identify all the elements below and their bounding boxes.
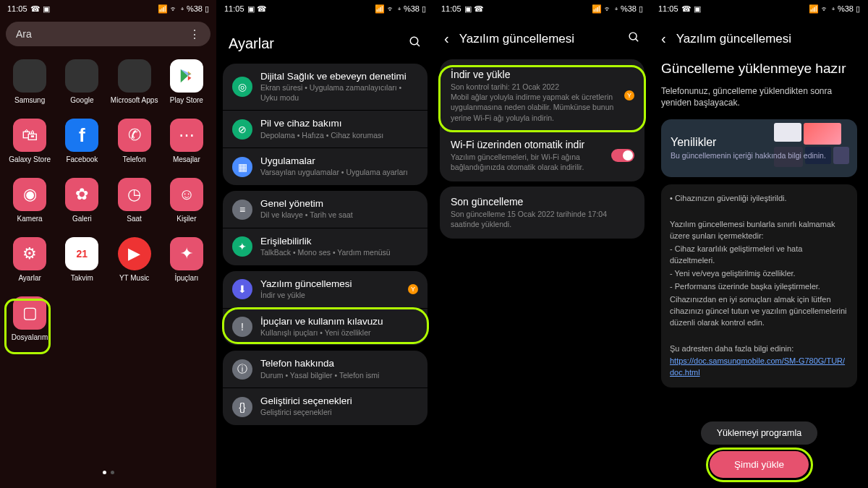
settings-row-access[interactable]: ✦ErişilebilirlikTalkBack • Mono ses • Ya… bbox=[223, 228, 427, 265]
panel-app-drawer: 11:05 ☎ ▣ 📶 ᯤ ￬ %38▯ Ara ⋮ SamsungGoogle… bbox=[0, 0, 217, 488]
about-icon: ⓘ bbox=[232, 359, 252, 380]
app-label: Microsoft Apps bbox=[111, 96, 158, 104]
page-indicator bbox=[0, 464, 216, 477]
dev-icon: {} bbox=[232, 397, 252, 417]
facebook-icon: f bbox=[65, 119, 98, 152]
app-contacts[interactable]: ☺Kişiler bbox=[161, 178, 213, 223]
tips-icon: ✦ bbox=[170, 237, 203, 270]
app-label: Google bbox=[70, 96, 93, 104]
back-icon[interactable]: ‹ bbox=[444, 30, 449, 47]
app-play-store[interactable]: Play Store bbox=[161, 59, 213, 104]
settings-title: Ayarlar bbox=[229, 35, 274, 52]
battery-icon: ⊘ bbox=[232, 119, 252, 140]
highlight-software-update-row bbox=[222, 307, 429, 344]
panel-settings: 11:05 ▣ ☎ 📶 ᯤ ￬ %38▯ Ayarlar ◎Dijital Sa… bbox=[217, 0, 434, 488]
folder-ms-icon bbox=[118, 59, 151, 93]
update-icon: ⬇ bbox=[232, 279, 252, 299]
galaxy-store-icon: 🛍 bbox=[13, 119, 46, 152]
panel-software-update: 11:05 ▣ ☎ 📶 ᯤ ￬ %38▯ ‹ Yazılım güncellem… bbox=[434, 0, 651, 488]
app-folder-ms[interactable]: Microsoft Apps bbox=[109, 59, 161, 104]
app-label: Takvim bbox=[71, 274, 93, 282]
app-label: İpuçları bbox=[174, 274, 198, 282]
status-bar: 11:05 ▣ ☎ 📶 ᯤ ￬ %38▯ bbox=[434, 0, 650, 17]
update-badge: Y bbox=[408, 284, 418, 294]
app-label: Ayarlar bbox=[18, 274, 41, 282]
contacts-icon: ☺ bbox=[170, 178, 203, 211]
settings-row-general[interactable]: ≡Genel yönetimDil ve klavye • Tarih ve s… bbox=[223, 191, 427, 228]
play-store-icon bbox=[170, 59, 203, 93]
app-label: Saat bbox=[127, 215, 142, 223]
last-update-row[interactable]: Son güncelleme Son güncelleme 15 Ocak 20… bbox=[440, 188, 644, 237]
app-folder-google[interactable]: Google bbox=[56, 59, 108, 104]
auto-download-toggle[interactable] bbox=[611, 149, 634, 162]
search-placeholder: Ara bbox=[16, 28, 32, 40]
highlight-download-install bbox=[438, 65, 646, 132]
settings-row-apps[interactable]: ▦UygulamalarVarsayılan uygulamalar • Uyg… bbox=[223, 147, 427, 185]
status-bar: 11:05 ☎ ▣ 📶 ᯤ ￬ %38▯ bbox=[651, 0, 867, 17]
app-settings[interactable]: ⚙Ayarlar bbox=[4, 237, 56, 282]
more-info-link[interactable]: https://doc.samsungmobile.com/SM-G780G/T… bbox=[670, 356, 845, 377]
schedule-install-button[interactable]: Yüklemeyi programla bbox=[701, 421, 817, 445]
release-notes: • Cihazınızın güvenliği iyileştirildi. Y… bbox=[661, 184, 857, 388]
camera-icon: ◉ bbox=[13, 178, 46, 211]
messages-icon: ⋯ bbox=[170, 119, 203, 152]
update-ready-desc: Telefonunuz, güncelleme yüklendikten son… bbox=[661, 85, 857, 110]
clock-icon: ◷ bbox=[118, 178, 151, 211]
app-label: Galeri bbox=[72, 215, 92, 223]
svg-line-3 bbox=[636, 38, 639, 41]
back-icon[interactable]: ‹ bbox=[661, 30, 666, 47]
settings-row-battery[interactable]: ⊘Pil ve cihaz bakımıDepolama • Hafıza • … bbox=[223, 110, 427, 147]
app-phone[interactable]: ✆Telefon bbox=[109, 119, 161, 163]
yt-music-icon: ▶ bbox=[118, 237, 151, 270]
search-input[interactable]: Ara ⋮ bbox=[6, 22, 210, 46]
app-label: Galaxy Store bbox=[9, 155, 51, 163]
phone-icon: ✆ bbox=[118, 119, 151, 152]
settings-row-update[interactable]: ⬇Yazılım güncellemesiİndir ve yükleY bbox=[223, 271, 427, 308]
page-title: Yazılım güncellemesi bbox=[459, 32, 618, 46]
calendar-icon: 21 bbox=[65, 237, 98, 270]
search-icon[interactable] bbox=[628, 31, 640, 47]
folder-samsung-icon bbox=[13, 59, 46, 93]
app-camera[interactable]: ◉Kamera bbox=[4, 178, 56, 223]
access-icon: ✦ bbox=[232, 236, 252, 257]
update-ready-title: Güncelleme yüklenmeye hazır bbox=[661, 60, 857, 78]
app-label: Kişiler bbox=[176, 215, 196, 223]
app-galaxy-store[interactable]: 🛍Galaxy Store bbox=[4, 119, 56, 163]
search-icon[interactable] bbox=[409, 35, 422, 52]
app-gallery[interactable]: ✿Galeri bbox=[56, 178, 108, 223]
app-messages[interactable]: ⋯Mesajlar bbox=[161, 119, 213, 163]
svg-line-1 bbox=[417, 43, 420, 46]
settings-row-digital[interactable]: ◎Dijital Sağlık ve ebeveyn denetimiEkran… bbox=[223, 64, 427, 110]
app-label: Facebook bbox=[66, 155, 98, 163]
update-row-autowifi[interactable]: Wi-Fi üzerinden otomatik indirYazılım gü… bbox=[440, 131, 644, 180]
whatsnew-card[interactable]: Yenilikler Bu güncellemenin içeriği hakk… bbox=[661, 119, 857, 177]
app-label: Samsung bbox=[14, 96, 45, 104]
status-bar: 11:05 ☎ ▣ 📶 ᯤ ￬ %38▯ bbox=[0, 0, 216, 17]
settings-row-about[interactable]: ⓘTelefon hakkındaDurum • Yasal bilgiler … bbox=[223, 351, 427, 388]
gallery-icon: ✿ bbox=[65, 178, 98, 211]
page-title: Yazılım güncellemesi bbox=[676, 32, 857, 46]
app-clock[interactable]: ◷Saat bbox=[109, 178, 161, 223]
more-icon[interactable]: ⋮ bbox=[189, 27, 200, 41]
app-folder-samsung[interactable]: Samsung bbox=[4, 59, 56, 104]
app-facebook[interactable]: fFacebook bbox=[56, 119, 108, 163]
app-label: Kamera bbox=[17, 215, 43, 223]
highlight-install-now bbox=[706, 448, 813, 482]
settings-icon: ⚙ bbox=[13, 237, 46, 270]
app-tips[interactable]: ✦İpuçları bbox=[161, 237, 213, 282]
status-bar: 11:05 ▣ ☎ 📶 ᯤ ￬ %38▯ bbox=[217, 0, 433, 17]
app-label: YT Music bbox=[119, 274, 150, 282]
highlight-settings-app bbox=[4, 299, 51, 354]
app-calendar[interactable]: 21Takvim bbox=[56, 237, 108, 282]
app-label: Telefon bbox=[123, 155, 146, 163]
app-label: Play Store bbox=[170, 96, 203, 104]
svg-point-0 bbox=[410, 37, 418, 45]
svg-point-2 bbox=[629, 33, 637, 40]
general-icon: ≡ bbox=[232, 200, 252, 220]
settings-row-dev[interactable]: {}Geliştirici seçenekleriGeliştirici seç… bbox=[223, 388, 427, 425]
digital-icon: ◎ bbox=[232, 77, 252, 97]
folder-google-icon bbox=[65, 59, 98, 93]
app-yt-music[interactable]: ▶YT Music bbox=[109, 237, 161, 282]
panel-update-ready: 11:05 ☎ ▣ 📶 ᯤ ￬ %38▯ ‹ Yazılım güncellem… bbox=[651, 0, 868, 488]
app-label: Mesajlar bbox=[173, 155, 200, 163]
